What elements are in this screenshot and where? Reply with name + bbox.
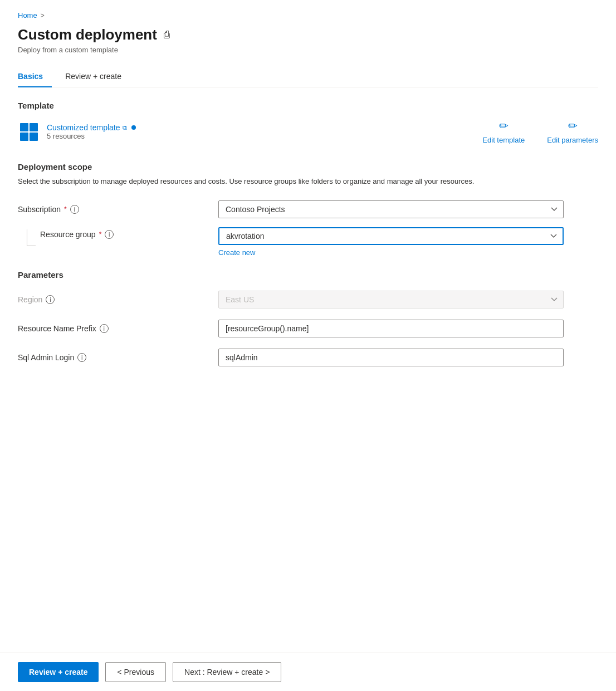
resource-group-control: akvrotation Create new — [218, 227, 564, 257]
resource-group-row: Resource group * i akvrotation Create ne… — [27, 227, 598, 257]
dot-indicator — [131, 125, 136, 130]
template-resources: 5 resources — [47, 132, 136, 140]
resource-name-prefix-label: Resource Name Prefix — [18, 324, 96, 333]
subscription-required: * — [64, 205, 67, 213]
sql-admin-login-field: Sql Admin Login i — [18, 349, 598, 366]
template-section-title: Template — [18, 101, 598, 110]
next-button[interactable]: Next : Review + create > — [173, 662, 281, 682]
resource-group-info-icon[interactable]: i — [105, 230, 114, 239]
template-actions: ✏ Edit template ✏ Edit parameters — [482, 119, 598, 144]
subscription-select[interactable]: Contoso Projects — [218, 200, 564, 218]
edit-parameters-label: Edit parameters — [547, 136, 598, 144]
resource-name-prefix-control — [218, 320, 564, 337]
deployment-scope-title: Deployment scope — [18, 162, 598, 171]
edit-parameters-icon: ✏ — [568, 119, 578, 133]
sql-admin-login-input[interactable] — [218, 349, 564, 366]
page-subtitle: Deploy from a custom template — [18, 46, 598, 54]
region-control: East US — [218, 291, 564, 308]
external-link-icon: ⧉ — [123, 124, 127, 131]
resource-group-label: Resource group — [40, 230, 96, 239]
edit-template-icon: ✏ — [499, 119, 509, 133]
subscription-field: Subscription * i Contoso Projects — [18, 200, 598, 218]
breadcrumb-separator: > — [41, 12, 45, 19]
edit-template-button[interactable]: ✏ Edit template — [482, 119, 525, 144]
resource-name-prefix-info-icon[interactable]: i — [100, 324, 109, 333]
home-link[interactable]: Home — [18, 11, 37, 19]
resource-name-prefix-input[interactable] — [218, 320, 564, 337]
breadcrumb: Home > — [18, 11, 598, 19]
subscription-control: Contoso Projects — [218, 200, 564, 218]
sql-admin-login-control — [218, 349, 564, 366]
template-info: Customized template ⧉ 5 resources — [18, 121, 136, 143]
subscription-info-icon[interactable]: i — [70, 205, 79, 214]
parameters-title: Parameters — [18, 270, 598, 280]
sql-admin-login-label: Sql Admin Login — [18, 353, 74, 362]
resource-name-prefix-field: Resource Name Prefix i — [18, 320, 598, 337]
review-create-button[interactable]: Review + create — [18, 662, 99, 682]
footer: Review + create < Previous Next : Review… — [0, 653, 616, 691]
previous-button[interactable]: < Previous — [105, 662, 166, 682]
tab-basics[interactable]: Basics — [18, 67, 52, 87]
page-header: Custom deployment ⎙ — [18, 26, 598, 43]
print-icon[interactable]: ⎙ — [164, 29, 170, 41]
tabs-container: Basics Review + create — [18, 67, 598, 87]
deployment-scope-description: Select the subscription to manage deploy… — [18, 176, 598, 187]
region-info-icon[interactable]: i — [46, 295, 55, 304]
region-field: Region i East US — [18, 291, 598, 308]
page-title: Custom deployment — [18, 26, 157, 43]
region-label: Region — [18, 295, 42, 304]
create-new-link[interactable]: Create new — [218, 248, 564, 257]
template-name-link[interactable]: Customized template ⧉ — [47, 123, 136, 132]
tab-review-create[interactable]: Review + create — [65, 67, 130, 87]
template-icon — [18, 121, 40, 143]
template-row: Customized template ⧉ 5 resources ✏ Edit… — [18, 119, 598, 144]
resource-group-select[interactable]: akvrotation — [218, 227, 564, 245]
sql-admin-login-info-icon[interactable]: i — [77, 353, 86, 362]
edit-parameters-button[interactable]: ✏ Edit parameters — [547, 119, 598, 144]
region-select[interactable]: East US — [218, 291, 564, 308]
subscription-label: Subscription — [18, 205, 61, 214]
edit-template-label: Edit template — [482, 136, 525, 144]
resource-group-required: * — [99, 231, 102, 238]
